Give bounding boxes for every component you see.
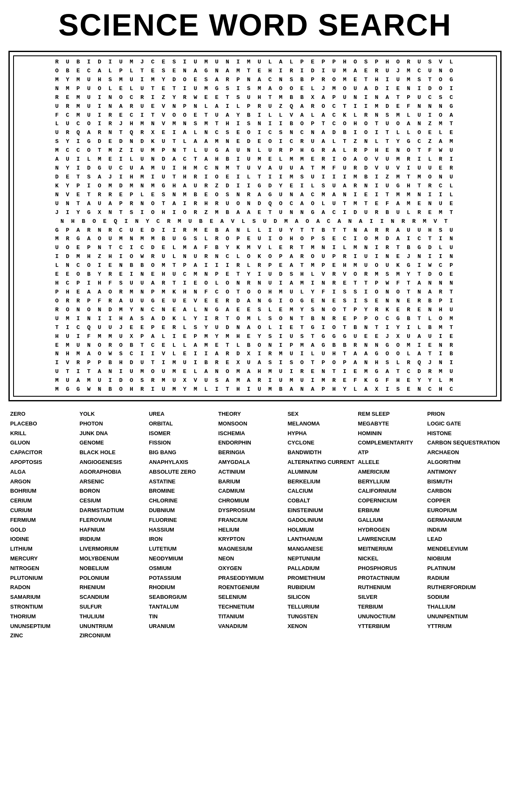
page-title: SCIENCE WORD SEARCH: [0, 0, 510, 47]
word-item: SCANDIUM: [80, 593, 145, 602]
word-item: SULFUR: [80, 603, 145, 612]
grid-row: F C M U I R E C I T V O O E T U A Y B I …: [17, 111, 493, 120]
word-item: BROMINE: [149, 487, 215, 496]
word-column: PRIONLOGIC GATEHISTONECARBON SEQUESTRATI…: [425, 410, 502, 640]
word-item: ISCHEMIA: [218, 429, 284, 438]
word-item: COPERNICIUM: [358, 497, 424, 505]
word-item: OSMIUM: [149, 564, 215, 573]
word-item: OXYGEN: [218, 564, 284, 573]
word-item: NEPTUNIUM: [288, 554, 354, 563]
grid-row: L U C O I R J H M N V M N S M T H I S N …: [17, 120, 493, 129]
grid-row: R E M U I N O C R I Z Y R W E E T S U H …: [17, 93, 493, 102]
word-item: ENDORPHIN: [218, 439, 284, 447]
grid-row: L N C O I E N B B O M T P A I I I R L R …: [17, 261, 493, 270]
word-column: UREAORBITALISOMERFISSIONBIG BANGANAPHYLA…: [147, 410, 217, 640]
word-item: PRION: [427, 410, 500, 419]
puzzle-container: R U B I D I U M J C E S I U M U N I M U …: [8, 51, 502, 401]
word-item: TERBIUM: [358, 603, 424, 612]
word-item: EUROPIUM: [427, 506, 500, 515]
word-list-section: ZEROPLACEBOKRILLGLUONCAPACITORAPOPTOSISA…: [0, 406, 510, 649]
grid-row: N Y I D G U C U A M U I H M C N M T U V …: [17, 164, 493, 173]
word-item: PALLADIUM: [288, 564, 354, 573]
grid-row: O B E C A L P L T E S E N A G N A M T E …: [17, 67, 493, 76]
word-item: HYDROGEN: [358, 526, 424, 535]
word-item: MANGANESE: [288, 545, 354, 554]
word-item: ORBITAL: [149, 420, 215, 428]
word-item: FRANCIUM: [218, 516, 284, 525]
grid-row: R U B I D I U M J C E S I U M U N I M U …: [17, 58, 493, 67]
grid-row: U T I T A N I U M O U M E L A N O M A H …: [17, 368, 493, 376]
word-item: RUBIDIUM: [288, 583, 354, 592]
word-item: BIG BANG: [149, 448, 215, 457]
grid-row: T I C Q U U J E E P E R L S Y U D N A O …: [17, 324, 493, 332]
word-item: ALTERNATING CURRENT: [288, 458, 354, 467]
grid-row: N H M A O W S C I I V L E I I A R D X I …: [17, 350, 493, 359]
word-item: CESIUM: [80, 497, 145, 505]
word-item: REM SLEEP: [358, 410, 424, 419]
word-item: SELENIUM: [218, 593, 284, 602]
word-item: CALIFORNIUM: [358, 487, 424, 496]
word-item: CARBON: [427, 487, 500, 496]
word-item: HELIUM: [218, 526, 284, 535]
word-item: FISSION: [149, 439, 215, 447]
grid-row: E E O B Y R E I N E H U C M N P E T Y I …: [17, 270, 493, 279]
word-item: STRONTIUM: [10, 603, 76, 612]
word-item: COMPLEMENTARITY: [358, 439, 424, 447]
grid-row: A U I L M E I L U N D A C T A H B I U M …: [17, 155, 493, 164]
word-item: NICKEL: [358, 554, 424, 563]
word-item: NEODYMIUM: [149, 554, 215, 563]
word-item: BERINGIA: [218, 448, 284, 457]
word-item: AMYGDALA: [218, 458, 284, 467]
word-item: MELANOMA: [288, 420, 354, 428]
word-item: POTASSIUM: [149, 574, 215, 583]
word-item: HISTONE: [427, 429, 500, 438]
word-item: RADIUM: [427, 574, 500, 583]
word-item: BERKELIUM: [288, 477, 354, 486]
word-item: RADON: [10, 583, 76, 592]
word-item: LAWRENCIUM: [358, 535, 424, 544]
word-item: TELLURIUM: [288, 603, 354, 612]
word-item: PROMETHIUM: [288, 574, 354, 583]
grid-row: U M I N I I H A S A D K L Y I R T O M L …: [17, 315, 493, 324]
word-column: ZEROPLACEBOKRILLGLUONCAPACITORAPOPTOSISA…: [8, 410, 78, 640]
word-item: EINSTEINIUM: [288, 506, 354, 515]
word-item: ROENTGENIUM: [218, 583, 284, 592]
word-item: ZINC: [10, 631, 76, 640]
word-item: YTTERBIUM: [358, 622, 424, 631]
word-item: LIVERMORIUM: [80, 545, 145, 554]
word-item: CHROMIUM: [218, 497, 284, 505]
word-item: IRIDIUM: [80, 535, 145, 544]
word-item: HASSIUM: [149, 526, 215, 535]
word-item: GALLIUM: [358, 516, 424, 525]
word-item: LITHIUM: [10, 545, 76, 554]
word-column: REM SLEEPMEGABYTEHOMININCOMPLEMENTARITYA…: [356, 410, 425, 640]
word-item: BOHRIUM: [10, 487, 76, 496]
word-item: PLACEBO: [10, 420, 76, 428]
word-item: TITANIUM: [218, 612, 284, 621]
word-item: PLATINUM: [427, 564, 500, 573]
word-item: SEABORGIUM: [149, 593, 215, 602]
word-item: APOPTOSIS: [10, 458, 76, 467]
word-item: URANIUM: [149, 622, 215, 631]
word-item: BLACK HOLE: [80, 448, 145, 457]
word-item: ZERO: [10, 410, 76, 419]
word-item: YOLK: [80, 410, 145, 419]
word-item: SEX: [288, 410, 354, 419]
word-item: ABSOLUTE ZERO: [149, 468, 215, 477]
word-item: NITROGEN: [10, 564, 76, 573]
word-item: MAGNESIUM: [218, 545, 284, 554]
grid-row: J I Y G X N T S I O H I O R Z M B A A E …: [17, 208, 493, 217]
word-item: FLEROVIUM: [80, 516, 145, 525]
word-item: UNUNTRIUM: [80, 622, 145, 631]
word-item: ARGON: [10, 477, 76, 486]
word-item: MERCURY: [10, 554, 76, 563]
grid-row: U R M U I N A R U E V N P N L A I L P R …: [17, 102, 493, 111]
word-item: GLUON: [10, 439, 76, 447]
word-item: THALLIUM: [427, 603, 500, 612]
word-item: CURIUM: [10, 506, 76, 515]
word-item: THORIUM: [10, 612, 76, 621]
word-item: CARBON SEQUESTRATION: [427, 439, 500, 447]
word-item: GOLD: [10, 526, 76, 535]
word-item: HOLMIUM: [288, 526, 354, 535]
grid-row: U N T A U A P R N O T A I R H R U O N D …: [17, 200, 493, 208]
